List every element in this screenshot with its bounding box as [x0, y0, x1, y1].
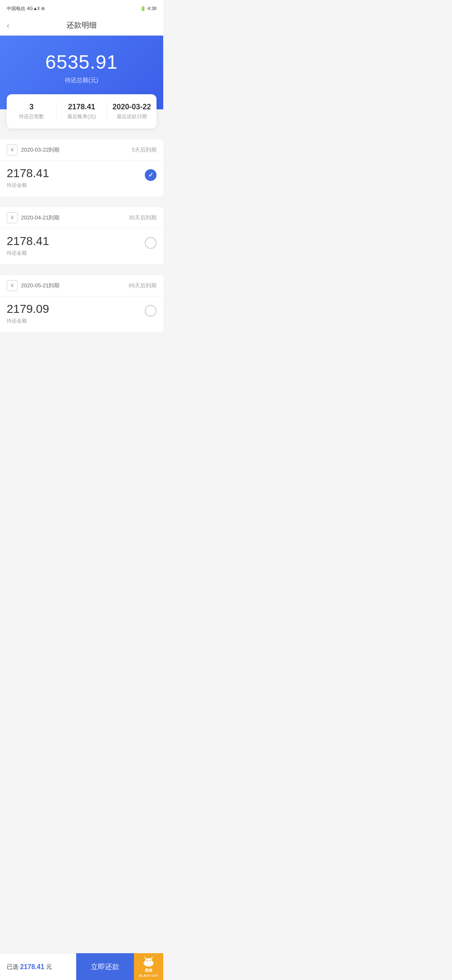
summary-card: 3 待还总笔数 2178.41 最近账单(元) 2020-03-22 最近还款日…: [7, 94, 157, 129]
payment-header-left-1: ¥ 2020-03-22到期: [7, 144, 60, 155]
summary-date-desc: 最近还款日期: [107, 113, 157, 120]
payment-item-1: ¥ 2020-03-22到期 5天后到期 2178.41 待还金额: [0, 139, 163, 196]
payment-checkbox-3[interactable]: [145, 305, 157, 317]
total-amount: 6535.91: [8, 51, 155, 73]
payment-header-2: ¥ 2020-04-21到期 35天后到期: [0, 207, 163, 229]
due-date-1: 2020-03-22到期: [21, 146, 60, 154]
summary-bill-value: 2178.41: [57, 103, 107, 111]
due-date-2: 2020-04-21到期: [21, 214, 60, 222]
status-right: 🔋 4:38: [140, 6, 157, 11]
summary-count-desc: 待还总笔数: [7, 113, 56, 120]
yuan-icon-2: ¥: [7, 212, 18, 223]
payment-body-2[interactable]: 2178.41 待还金额: [0, 229, 163, 264]
payment-amount-label-3: 待还金额: [7, 317, 49, 325]
nav-bar: ‹ 还款明细: [0, 15, 163, 36]
payment-amount-2: 2178.41: [7, 235, 49, 248]
payment-item-2: ¥ 2020-04-21到期 35天后到期 2178.41 待还金额: [0, 207, 163, 264]
total-amount-label: 待还总额(元): [8, 77, 155, 84]
time-text: 4:38: [148, 6, 157, 11]
page-title: 还款明细: [67, 20, 97, 30]
summary-date-value: 2020-03-22: [107, 103, 157, 111]
summary-item-date: 2020-03-22 最近还款日期: [107, 103, 157, 120]
section-divider-1: [0, 135, 163, 139]
payment-item-3: ¥ 2020-05-21到期 65天后到期 2179.09 待还金额: [0, 275, 163, 332]
due-tag-3: 65天后到期: [129, 282, 157, 289]
yuan-icon-1: ¥: [7, 144, 18, 155]
payment-amount-3: 2179.09: [7, 302, 49, 316]
battery-icon: 🔋: [140, 6, 146, 11]
payment-body-3[interactable]: 2179.09 待还金额: [0, 297, 163, 332]
yuan-icon-3: ¥: [7, 280, 18, 291]
section-divider-2: [0, 203, 163, 207]
payment-amount-block-3: 2179.09 待还金额: [7, 302, 49, 325]
section-divider-3: [0, 271, 163, 275]
payment-header-left-3: ¥ 2020-05-21到期: [7, 280, 60, 291]
payment-header-3: ¥ 2020-05-21到期 65天后到期: [0, 275, 163, 297]
due-tag-2: 35天后到期: [129, 214, 157, 222]
back-button[interactable]: ‹: [7, 21, 10, 30]
payment-header-1: ¥ 2020-03-22到期 5天后到期: [0, 139, 163, 161]
status-bar: 中国电信 4G▲ll ⊛ 🔋 4:38: [0, 0, 163, 15]
payment-header-left-2: ¥ 2020-04-21到期: [7, 212, 60, 223]
status-left: 中国电信 4G▲ll ⊛: [7, 5, 45, 12]
payment-body-1[interactable]: 2178.41 待还金额: [0, 161, 163, 196]
payment-amount-1: 2178.41: [7, 167, 49, 180]
payment-checkbox-2[interactable]: [145, 237, 157, 249]
wechat-icon: ⊛: [41, 6, 45, 11]
due-tag-1: 5天后到期: [132, 146, 157, 154]
summary-count-value: 3: [7, 103, 56, 111]
summary-item-count: 3 待还总笔数: [7, 103, 57, 120]
summary-bill-desc: 最近账单(元): [57, 113, 107, 120]
carrier-text: 中国电信: [7, 5, 25, 12]
payment-amount-block-1: 2178.41 待还金额: [7, 167, 49, 189]
due-date-3: 2020-05-21到期: [21, 282, 60, 289]
payment-amount-label-2: 待还金额: [7, 250, 49, 257]
payment-amount-label-1: 待还金额: [7, 182, 49, 189]
summary-item-bill: 2178.41 最近账单(元): [57, 103, 107, 120]
spacer-bottom: [0, 333, 163, 366]
payment-checkbox-1[interactable]: [145, 169, 157, 181]
payment-amount-block-2: 2178.41 待还金额: [7, 235, 49, 257]
signal-icon: 4G▲ll: [27, 6, 39, 11]
